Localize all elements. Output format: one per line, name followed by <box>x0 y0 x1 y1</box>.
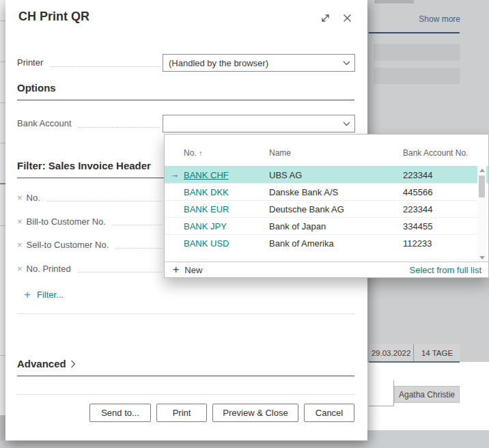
select-from-full-list-link[interactable]: Select from full list <box>410 265 481 275</box>
printer-combobox[interactable]: (Handled by the browser) <box>163 54 355 72</box>
show-more-link[interactable]: Show more <box>419 14 460 24</box>
chevron-right-icon <box>70 358 76 369</box>
dropdown-row[interactable]: BANK USD Bank of Amerika 112233 <box>165 234 488 251</box>
filter-field-label: No. Printed <box>27 264 71 274</box>
printer-value: (Handled by the browser) <box>163 58 338 68</box>
column-header-no[interactable]: No. ↑ <box>184 148 203 158</box>
scroll-down-icon[interactable] <box>479 256 485 260</box>
background-grid-line <box>369 406 393 406</box>
bank-name: UBS AG <box>269 170 302 180</box>
dropdown-scrollbar[interactable] <box>477 166 486 262</box>
column-header-bank-account-no[interactable]: Bank Account No. <box>403 148 468 158</box>
column-header-name[interactable]: Name <box>269 148 291 158</box>
due-date-cell: 29.03.2022 <box>369 344 414 361</box>
filter-row-bill-to[interactable]: × Bill-to Customer No. <box>17 214 165 229</box>
separator-line <box>17 313 354 314</box>
bank-no-link[interactable]: BANK USD <box>184 238 229 249</box>
dropdown-row[interactable]: → BANK CHF UBS AG 223344 <box>165 166 488 183</box>
filter-field-label: Sell-to Customer No. <box>27 240 109 250</box>
dropdown-footer: + New Select from full list <box>165 262 488 277</box>
background-field-bar <box>374 44 460 61</box>
bank-name: Danske Bank A/S <box>269 187 338 197</box>
add-filter-link[interactable]: + Filter... <box>24 287 64 302</box>
printer-label-row: Printer <box>17 54 163 71</box>
bank-name: Bank of Amerika <box>269 238 334 249</box>
expand-icon[interactable] <box>318 11 332 25</box>
dropdown-header-row: No. ↑ Name Bank Account No. <box>165 148 488 163</box>
cell-underline <box>369 361 460 363</box>
bank-account-combobox[interactable] <box>163 115 355 132</box>
remove-filter-icon[interactable]: × <box>17 240 23 249</box>
bank-no-link[interactable]: BANK DKK <box>184 187 229 197</box>
section-divider-line <box>369 32 460 33</box>
bank-no-link[interactable]: BANK EUR <box>184 204 229 214</box>
bank-name: Bank of Japan <box>269 221 326 232</box>
remove-filter-icon[interactable]: × <box>17 264 23 273</box>
dropdown-row[interactable]: BANK EUR Deutsche Bank AG 223344 <box>165 200 488 217</box>
remove-filter-icon[interactable]: × <box>17 217 23 226</box>
filter-row-no-printed[interactable]: × No. Printed <box>17 261 165 276</box>
background-page-left-edge <box>0 0 5 448</box>
send-to-button[interactable]: Send to... <box>89 404 151 422</box>
remove-filter-icon[interactable]: × <box>17 193 23 202</box>
current-row-arrow-icon: → <box>170 169 179 180</box>
dotted-leader <box>113 217 162 225</box>
scrollbar-thumb[interactable] <box>479 176 485 197</box>
bank-account-no: 223344 <box>403 204 432 214</box>
chevron-down-icon[interactable] <box>338 122 354 126</box>
bank-account-label: Bank Account <box>17 118 72 128</box>
advanced-heading[interactable]: Advanced <box>17 358 354 376</box>
new-bank-account-link[interactable]: + New <box>173 264 202 275</box>
sort-ascending-icon: ↑ <box>199 149 203 157</box>
plus-icon: + <box>173 264 179 275</box>
background-field-bar <box>374 68 460 84</box>
filter-field-label: Bill-to Customer No. <box>27 216 106 227</box>
salesperson-field: Agatha Christie <box>394 386 460 403</box>
background-scroll-notch <box>374 0 414 3</box>
bank-no-link[interactable]: BANK JPY <box>184 221 227 232</box>
chevron-down-icon[interactable] <box>338 61 354 66</box>
bank-account-dropdown: No. ↑ Name Bank Account No. → BANK CHF U… <box>164 134 489 278</box>
close-icon[interactable] <box>340 11 354 25</box>
bank-name: Deutsche Bank AG <box>269 204 344 214</box>
filter-row-sell-to[interactable]: × Sell-to Customer No. <box>17 237 165 252</box>
add-filter-label: Filter... <box>37 290 64 300</box>
dropdown-row[interactable]: BANK JPY Bank of Japan 334455 <box>165 217 488 234</box>
print-button[interactable]: Print <box>156 404 207 422</box>
dropdown-rows: → BANK CHF UBS AG 223344 BANK DKK Danske… <box>165 166 488 251</box>
bank-account-no: 112233 <box>403 238 432 249</box>
bank-account-no: 223344 <box>403 170 432 180</box>
dotted-leader <box>78 264 162 272</box>
payment-terms-cell: 14 TAGE <box>415 344 460 361</box>
background-bottom-strip <box>0 440 489 448</box>
plus-icon: + <box>24 289 31 300</box>
bank-account-no: 334455 <box>403 221 432 232</box>
cancel-button[interactable]: Cancel <box>304 404 354 422</box>
dropdown-row[interactable]: BANK DKK Danske Bank A/S 445566 <box>165 183 488 200</box>
scroll-up-icon[interactable] <box>479 169 485 172</box>
screen: Show more 29.03.2022 14 TAGE Agatha Chri… <box>0 0 489 448</box>
dotted-leader <box>50 58 160 68</box>
dialog-title: CH Print QR <box>18 10 89 24</box>
bank-account-no: 445566 <box>403 187 432 197</box>
separator-line <box>17 394 354 395</box>
options-heading: Options <box>17 82 354 100</box>
preview-close-button[interactable]: Preview & Close <box>212 404 298 422</box>
dotted-leader <box>47 193 162 201</box>
dotted-leader <box>79 119 161 128</box>
bank-account-label-row: Bank Account <box>17 115 163 132</box>
filter-row-no[interactable]: × No. <box>17 190 165 205</box>
new-label: New <box>184 265 202 275</box>
filter-field-label: No. <box>27 193 40 203</box>
dotted-leader <box>115 240 162 249</box>
bank-no-link[interactable]: BANK CHF <box>184 170 229 180</box>
printer-label: Printer <box>17 57 43 68</box>
